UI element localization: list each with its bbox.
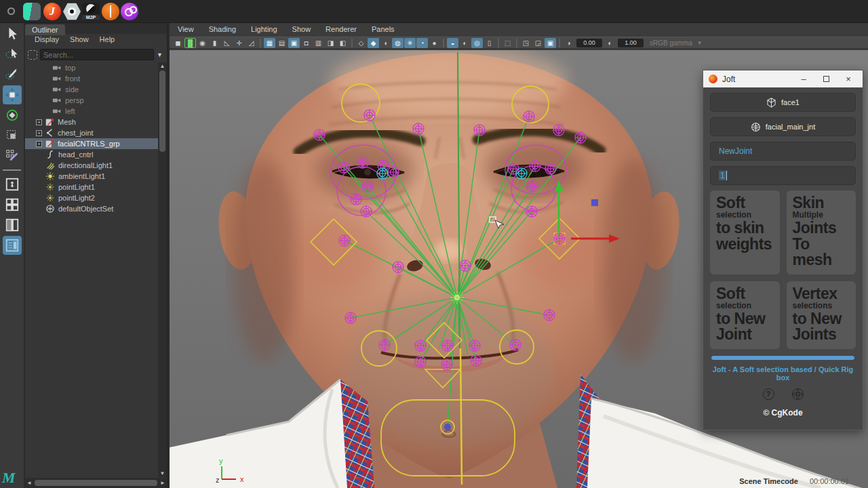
outliner-item-facialCNTRLS_grp[interactable]: +facialCNTRLS_grp: [25, 138, 158, 149]
outliner-menu-show[interactable]: Show: [70, 35, 89, 46]
joft-app-icon[interactable]: J: [43, 3, 61, 20]
rig-control-circle[interactable]: [342, 84, 380, 122]
maya-app-icon[interactable]: [23, 3, 41, 20]
viewport-toolbar-icon-17[interactable]: ◆: [368, 38, 379, 48]
expand-icon[interactable]: +: [36, 119, 42, 125]
rig-joint[interactable]: [362, 181, 373, 192]
viewport-toolbar-icon-25[interactable]: ◐: [459, 38, 471, 48]
viewport-toolbar-icon-6[interactable]: ◿: [245, 38, 257, 48]
viewport-toolbar-icon-3[interactable]: ▮: [209, 38, 220, 48]
viewport-toolbar-icon-19[interactable]: ◍: [392, 38, 403, 48]
vscroll-thumb[interactable]: [159, 70, 165, 152]
viewport-toolbar-icon-18[interactable]: ◖: [380, 38, 391, 48]
viewport-toolbar-icon-11[interactable]: ◘: [300, 38, 312, 48]
outliner-item-pointLight1[interactable]: pointLight1: [25, 182, 158, 192]
rig-joint[interactable]: [508, 163, 519, 174]
outliner-item-Mesh[interactable]: +Mesh: [25, 117, 158, 127]
minimize-button[interactable]: –: [795, 74, 812, 84]
scroll-left-icon[interactable]: ◄: [25, 480, 33, 486]
rig-joint[interactable]: [314, 129, 325, 140]
purple-app-icon[interactable]: [121, 3, 138, 20]
rig-joint[interactable]: [415, 340, 426, 351]
viewport-toolbar-icon-32[interactable]: ◲: [532, 38, 544, 48]
gear-icon[interactable]: [7, 7, 15, 15]
joft-big-button-2[interactable]: Softselectionto NewJoint: [710, 281, 780, 349]
viewport-toolbar-icon-27[interactable]: ▯: [484, 38, 495, 48]
outliner-item-head_cntrl[interactable]: head_cntrl: [25, 149, 158, 160]
custom-tool[interactable]: [3, 146, 22, 165]
viewport-toolbar-icon-13[interactable]: ◨: [325, 38, 336, 48]
viewport-toolbar-icon-22[interactable]: ●: [429, 38, 440, 48]
viewport-toolbar-icon-20[interactable]: ✳: [404, 38, 416, 48]
outliner-item-left[interactable]: left: [25, 106, 158, 117]
joft-titlebar[interactable]: Joft – ×: [703, 70, 863, 87]
rig-influence-line[interactable]: [370, 115, 457, 298]
outliner-item-defaultObjectSet[interactable]: defaultObjectSet: [25, 203, 158, 214]
viewport-toolbar-icon-0[interactable]: ◼: [172, 38, 184, 48]
translate-x-arrowhead[interactable]: [609, 235, 620, 243]
rig-joint[interactable]: [471, 355, 481, 366]
viewport-toolbar-icon-31[interactable]: ◳: [520, 38, 532, 48]
colorspace-arrow-icon[interactable]: ▼: [697, 40, 703, 46]
joint-count-field[interactable]: 1: [710, 166, 856, 185]
rig-joint[interactable]: [510, 340, 521, 350]
maximize-button[interactable]: [817, 74, 835, 84]
outliner-item-top[interactable]: top: [25, 62, 158, 73]
rig-joint[interactable]: [364, 110, 375, 121]
rig-chin-control[interactable]: [381, 400, 515, 476]
viewport-toolbar-icon-8[interactable]: ▦: [264, 38, 275, 48]
rig-chin-joint[interactable]: [444, 424, 451, 430]
rig-influence-line[interactable]: [457, 211, 532, 298]
rig-influence-line[interactable]: [383, 165, 457, 298]
rig-joint[interactable]: [575, 132, 586, 143]
layout-single[interactable]: [3, 175, 22, 194]
rig-joint[interactable]: [527, 181, 538, 192]
rig-joint[interactable]: [345, 312, 356, 323]
outliner-item-chest_joint[interactable]: +chest_joint: [25, 127, 158, 138]
rig-joint[interactable]: [441, 359, 452, 370]
gamma-icon[interactable]: ◐: [604, 38, 616, 48]
tab-outliner[interactable]: Outliner: [25, 24, 65, 35]
outliner-item-ambientLight1[interactable]: ambientLight1: [25, 171, 158, 182]
scale-tool[interactable]: [3, 126, 22, 145]
rig-joint[interactable]: [338, 162, 349, 173]
rig-control-circle[interactable]: [500, 330, 534, 364]
rig-joint[interactable]: [516, 168, 527, 179]
mesh-select-button[interactable]: face1: [710, 93, 856, 112]
viewport-toolbar-icon-10[interactable]: ▣: [288, 38, 300, 48]
rig-joint[interactable]: [554, 233, 565, 244]
outliner-item-pointLight2[interactable]: pointLight2: [25, 192, 158, 203]
outliner-menu-help[interactable]: Help: [100, 35, 115, 46]
rig-influence-line[interactable]: [457, 239, 559, 298]
lasso-tool[interactable]: [3, 45, 22, 64]
scroll-right-icon[interactable]: ►: [159, 480, 167, 486]
joft-big-button-1[interactable]: SkinMultipleJointsTo mesh: [787, 190, 856, 274]
rig-joint[interactable]: [339, 235, 350, 246]
rig-joint[interactable]: [415, 357, 426, 367]
filter-icon[interactable]: [28, 50, 37, 60]
gamma-field[interactable]: 1.00: [618, 39, 644, 47]
rig-joint[interactable]: [526, 206, 537, 217]
viewport-menu-panels[interactable]: Panels: [372, 25, 395, 37]
scroll-up-icon[interactable]: ▲: [158, 63, 167, 69]
viewport-menu-lighting[interactable]: Lighting: [251, 25, 277, 37]
layout-outliner-persp[interactable]: [3, 236, 22, 255]
rotate-tool[interactable]: [3, 106, 22, 125]
rig-influence-line[interactable]: [457, 166, 535, 298]
orange-app-icon[interactable]: [102, 3, 119, 20]
viewport-toolbar-icon-29[interactable]: ⬚: [502, 38, 513, 48]
rig-joint[interactable]: [413, 123, 424, 134]
rig-joint[interactable]: [377, 168, 388, 179]
viewport-toolbar-icon-9[interactable]: ▤: [276, 38, 288, 48]
rig-joint[interactable]: [357, 157, 368, 168]
outliner-hscrollbar[interactable]: ◄ ►: [25, 478, 167, 488]
viewport-toolbar-icon-12[interactable]: ▥: [313, 38, 324, 48]
rig-joint[interactable]: [530, 161, 540, 171]
rig-joint[interactable]: [544, 310, 555, 321]
outliner-vscrollbar[interactable]: ▲ ▼: [158, 62, 167, 477]
viewport-toolbar-icon-5[interactable]: ✛: [233, 38, 245, 48]
colorspace-select[interactable]: sRGB gamma: [650, 39, 692, 47]
rig-joint[interactable]: [442, 340, 453, 351]
outliner-item-side[interactable]: side: [25, 84, 158, 95]
website-icon[interactable]: [792, 388, 804, 400]
